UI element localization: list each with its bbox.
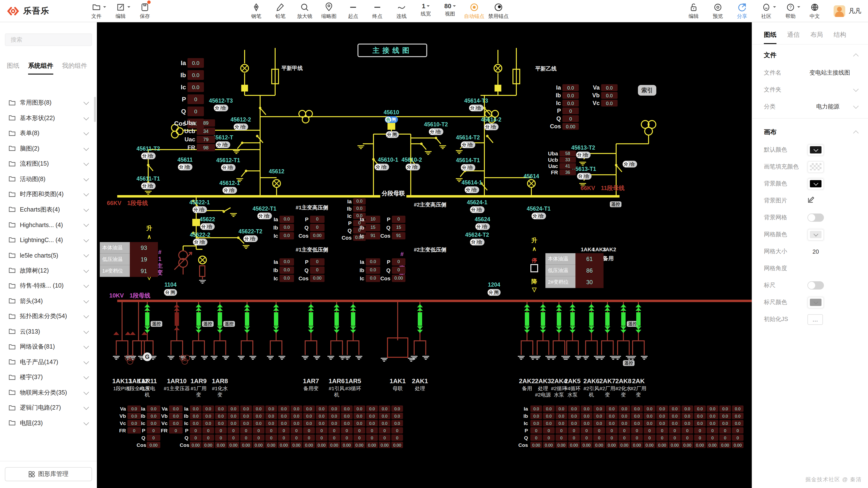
toolbar-item-pen[interactable]: 钢笔	[245, 2, 268, 20]
category-row[interactable]: 网络设备(81)	[0, 339, 97, 355]
open-close-toggle[interactable]: 分/合	[216, 141, 230, 148]
toolbar-item-save[interactable]: 保存	[134, 2, 156, 20]
value-field[interactable]: 20	[807, 248, 824, 255]
panel-tab-布局[interactable]: 布局	[810, 31, 823, 44]
panel-tab-通信[interactable]: 通信	[787, 31, 800, 44]
js-editor-button[interactable]: …	[807, 314, 823, 325]
toolbar-item-wave[interactable]: 连线	[391, 2, 413, 20]
category-row[interactable]: le5le charts(5)	[0, 248, 97, 263]
open-breaker-badge[interactable]: 分闸	[386, 131, 399, 138]
open-close-toggle[interactable]: 分/合	[200, 223, 214, 230]
category-row[interactable]: 箭头(34)	[0, 294, 97, 309]
section-header[interactable]: 文件	[752, 44, 868, 64]
library-manage-button[interactable]: 图形库管理	[5, 467, 92, 481]
index-button[interactable]: 索引	[638, 85, 656, 96]
breaker-closed-indicator[interactable]	[621, 312, 626, 326]
color-swatch[interactable]	[807, 229, 824, 240]
category-row[interactable]: 脑图(2)	[0, 141, 97, 156]
breaker-closed-indicator[interactable]	[589, 312, 594, 326]
category-row[interactable]: 拓扑图未分类(54)	[0, 309, 97, 324]
open-close-toggle[interactable]: 分/合	[178, 164, 192, 170]
category-row[interactable]: 常用图形(8)	[0, 95, 97, 110]
breaker-closed-indicator[interactable]	[351, 312, 355, 326]
category-row[interactable]: 故障树(12)	[0, 263, 97, 279]
category-row[interactable]: 物联网未分类(35)	[0, 385, 97, 400]
remote-control-badge[interactable]: 遥控	[610, 201, 621, 207]
remote-control-badge[interactable]: 遥控	[623, 360, 634, 366]
toolbar-item-线宽[interactable]: 1线宽	[414, 2, 437, 17]
category-row[interactable]: Highcharts... (4)	[0, 217, 97, 233]
breaker-closed-indicator[interactable]	[335, 312, 339, 326]
search-input[interactable]	[10, 36, 84, 43]
open-close-toggle[interactable]: 分/合	[461, 164, 475, 171]
breaker-closed-indicator[interactable]	[218, 312, 222, 326]
open-close-toggle[interactable]: 分/合	[469, 104, 483, 111]
toolbar-item-folder[interactable]: 文件	[85, 2, 107, 20]
open-breaker-badge[interactable]: 分闸	[164, 289, 177, 296]
fill-color-swatch[interactable]	[807, 161, 824, 172]
open-close-toggle[interactable]: 分/合	[429, 128, 443, 135]
toolbar-item-pin[interactable]: 缩略图	[318, 2, 340, 20]
color-swatch[interactable]	[807, 296, 824, 308]
category-row[interactable]: Echarts图表(4)	[0, 202, 97, 217]
open-close-toggle[interactable]: 分/合	[461, 141, 475, 148]
diagram-canvas[interactable]: 主接线图 平新甲线平新乙线45612-T345612-245612-T45611…	[97, 22, 752, 488]
toolbar-item-mag[interactable]: 放大镜	[293, 2, 316, 20]
breaker-closed-indicator[interactable]	[418, 312, 422, 326]
edit-icon[interactable]	[807, 196, 815, 205]
logo[interactable]: 乐吾乐	[7, 5, 70, 17]
toggle-switch[interactable]	[807, 214, 824, 222]
panel-tab-图纸[interactable]: 图纸	[764, 31, 776, 44]
open-close-toggle[interactable]: 分/合	[405, 164, 420, 170]
breaker-closed-indicator[interactable]	[274, 312, 278, 326]
category-row[interactable]: LightningC... (4)	[0, 233, 97, 248]
open-close-toggle[interactable]: 分/合	[192, 206, 207, 213]
breaker-closed-indicator[interactable]	[525, 312, 529, 326]
sidebar-tab-图纸[interactable]: 图纸	[7, 62, 20, 74]
breaker-closed-indicator[interactable]	[605, 312, 610, 326]
category-row[interactable]: 基本形状(22)	[0, 110, 97, 126]
open-close-toggle[interactable]: 分/合	[475, 223, 490, 230]
open-close-toggle[interactable]: 分/合	[141, 183, 155, 189]
open-close-toggle[interactable]: 分/合	[576, 152, 590, 158]
breaker-closed-indicator[interactable]	[309, 312, 313, 326]
toolbar-item-help[interactable]: ?帮助	[779, 2, 802, 20]
panel-field-分类[interactable]: 分类 电力能源	[752, 98, 868, 115]
panel-field-文件夹[interactable]: 文件夹	[752, 82, 868, 98]
open-close-toggle[interactable]: 分/合	[234, 124, 248, 130]
category-row[interactable]: 待售-特殊... (10)	[0, 279, 97, 294]
open-close-toggle[interactable]: 分/合	[577, 173, 591, 180]
breaker-closed-indicator[interactable]	[636, 312, 641, 326]
breaker-closed-indicator[interactable]	[570, 312, 575, 326]
user-account[interactable]: 凡凡	[834, 5, 861, 17]
section-header[interactable]: 画布	[752, 122, 868, 141]
remote-control-badge[interactable]: 遥控	[223, 321, 235, 327]
toolbar-item-anchor2[interactable]: 禁用锚点	[487, 2, 509, 20]
sidebar-scrollbar[interactable]	[94, 97, 96, 122]
category-row[interactable]: 楼宇(37)	[0, 370, 97, 385]
breaker-closed-indicator[interactable]	[541, 312, 545, 326]
breaker-closed-indicator[interactable]	[245, 312, 249, 326]
toolbar-item-dash[interactable]: 起点	[342, 2, 364, 20]
open-close-toggle[interactable]: 分/合	[222, 187, 237, 194]
toolbar-item-pencil[interactable]: 铅笔	[269, 2, 291, 20]
toolbar-item-dash[interactable]: 终点	[366, 2, 389, 20]
open-close-toggle[interactable]: 分/合	[374, 164, 389, 170]
category-row[interactable]: 电子产品(147)	[0, 355, 97, 370]
close-breaker-badge[interactable]: 合闸	[385, 116, 398, 123]
category-row[interactable]: 电阻(23)	[0, 416, 97, 431]
toolbar-item-anchor[interactable]: 自动锚点	[463, 2, 485, 20]
open-close-toggle[interactable]: 分/合	[221, 164, 235, 171]
toolbar-item-unlock[interactable]: 编辑	[682, 2, 705, 20]
color-swatch[interactable]	[807, 178, 824, 190]
open-close-toggle[interactable]: 分/合	[465, 186, 479, 193]
category-row[interactable]: 逻辑门电路(27)	[0, 400, 97, 416]
category-row[interactable]: 表单(8)	[0, 126, 97, 141]
panel-field-文件名[interactable]: 文件名 变电站主接线图	[752, 64, 868, 82]
toolbar-item-globe[interactable]: 中文	[804, 2, 826, 20]
panel-tab-结构[interactable]: 结构	[834, 31, 846, 44]
open-close-toggle[interactable]: 分/合	[141, 153, 155, 159]
open-close-toggle[interactable]: 分/合	[531, 213, 546, 219]
open-close-toggle[interactable]: 分/合	[470, 239, 484, 246]
toolbar-item-share[interactable]: 分享	[731, 2, 753, 20]
